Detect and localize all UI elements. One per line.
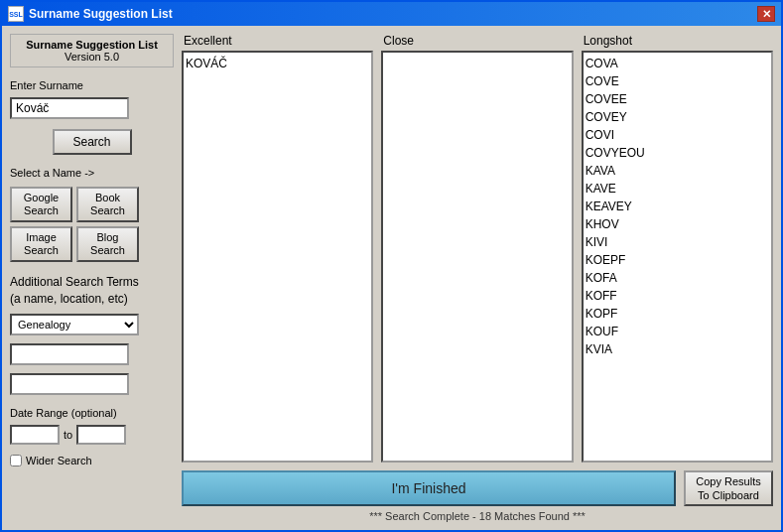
search-button[interactable]: Search xyxy=(53,129,132,155)
excellent-column: Excellent KOVÁČ xyxy=(182,34,373,463)
book-search-button[interactable]: BookSearch xyxy=(76,187,139,222)
extra-input-2[interactable] xyxy=(10,373,129,395)
extra-input-1[interactable] xyxy=(10,343,129,365)
left-panel: Surname Suggestion List Version 5.0 Ente… xyxy=(10,34,174,522)
close-listbox[interactable] xyxy=(381,51,573,463)
list-item[interactable]: COVE xyxy=(586,72,769,90)
list-item[interactable]: KEAVEY xyxy=(586,198,769,215)
additional-search-label: Additional Search Terms (a name, locatio… xyxy=(10,274,174,308)
list-item[interactable]: COVEY xyxy=(586,108,769,126)
main-window: SSL Surname Suggestion List ✕ Surname Su… xyxy=(0,0,783,532)
close-header: Close xyxy=(381,34,573,48)
copy-results-button[interactable]: Copy ResultsTo Clipboard xyxy=(684,470,773,506)
search-buttons-grid: GoogleSearch BookSearch ImageSearch Blog… xyxy=(10,187,139,262)
date-from-input[interactable] xyxy=(10,425,60,445)
list-item[interactable]: KAVA xyxy=(586,162,769,180)
list-item[interactable]: KOPF xyxy=(586,305,769,323)
list-item[interactable]: KOFF xyxy=(586,287,769,305)
finished-button[interactable]: I'm Finished xyxy=(182,470,676,506)
excellent-header: Excellent xyxy=(182,34,373,48)
window-content: Surname Suggestion List Version 5.0 Ente… xyxy=(2,26,781,530)
wider-search-row: Wider Search xyxy=(10,455,174,466)
titlebar: SSL Surname Suggestion List ✕ xyxy=(2,2,781,26)
blog-search-button[interactable]: BlogSearch xyxy=(76,226,139,262)
list-item[interactable]: COVYEOU xyxy=(586,144,769,162)
surname-input[interactable] xyxy=(10,97,129,119)
date-to-input[interactable] xyxy=(76,425,126,445)
results-columns: Excellent KOVÁČ Close Longshot COVACOVEC… xyxy=(182,34,773,463)
date-range-label: Date Range (optional) xyxy=(10,407,174,419)
close-button[interactable]: ✕ xyxy=(757,6,775,22)
genealogy-dropdown[interactable]: Genealogy History Records Census xyxy=(10,314,139,335)
date-to-label: to xyxy=(64,429,72,441)
list-item[interactable]: COVA xyxy=(586,55,769,72)
list-item[interactable]: KIVI xyxy=(586,233,769,251)
list-item[interactable]: KOVÁČ xyxy=(186,55,369,72)
longshot-header: Longshot xyxy=(582,34,773,48)
titlebar-left: SSL Surname Suggestion List xyxy=(8,6,173,22)
longshot-column: Longshot COVACOVECOVEECOVEYCOVICOVYEOUKA… xyxy=(582,34,773,463)
list-item[interactable]: KHOV xyxy=(586,215,769,233)
dropdown-wrapper: Genealogy History Records Census xyxy=(10,312,139,335)
list-item[interactable]: KOFA xyxy=(586,269,769,287)
select-name-label: Select a Name -> xyxy=(10,167,174,179)
list-item[interactable]: KOUF xyxy=(586,323,769,340)
date-range-row: to xyxy=(10,425,174,445)
image-search-button[interactable]: ImageSearch xyxy=(10,226,72,262)
list-item[interactable]: KAVE xyxy=(586,180,769,198)
wider-search-label: Wider Search xyxy=(26,455,92,466)
status-bar: *** Search Complete - 18 Matches Found *… xyxy=(182,510,773,522)
main-area: Excellent KOVÁČ Close Longshot COVACOVEC… xyxy=(182,34,773,522)
excellent-listbox[interactable]: KOVÁČ xyxy=(182,51,373,463)
enter-surname-label: Enter Surname xyxy=(10,79,174,91)
list-item[interactable]: KVIA xyxy=(586,340,769,358)
list-item[interactable]: KOEPF xyxy=(586,251,769,269)
window-icon: SSL xyxy=(8,6,24,22)
app-title: Surname Suggestion List xyxy=(17,39,167,51)
google-search-button[interactable]: GoogleSearch xyxy=(10,187,72,222)
longshot-listbox[interactable]: COVACOVECOVEECOVEYCOVICOVYEOUKAVAKAVEKEA… xyxy=(582,51,773,463)
app-version: Version 5.0 xyxy=(17,51,167,63)
close-column: Close xyxy=(381,34,573,463)
wider-search-checkbox[interactable] xyxy=(10,455,22,466)
list-item[interactable]: COVEE xyxy=(586,90,769,108)
window-title: Surname Suggestion List xyxy=(29,7,173,21)
bottom-bar: I'm Finished Copy ResultsTo Clipboard xyxy=(182,470,773,506)
app-title-box: Surname Suggestion List Version 5.0 xyxy=(10,34,174,67)
list-item[interactable]: COVI xyxy=(586,126,769,144)
